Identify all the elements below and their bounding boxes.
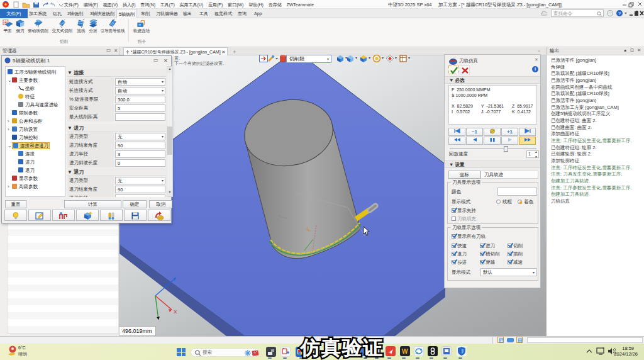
svg-text:?: ? xyxy=(618,11,621,16)
svg-text:X: X xyxy=(174,309,177,315)
